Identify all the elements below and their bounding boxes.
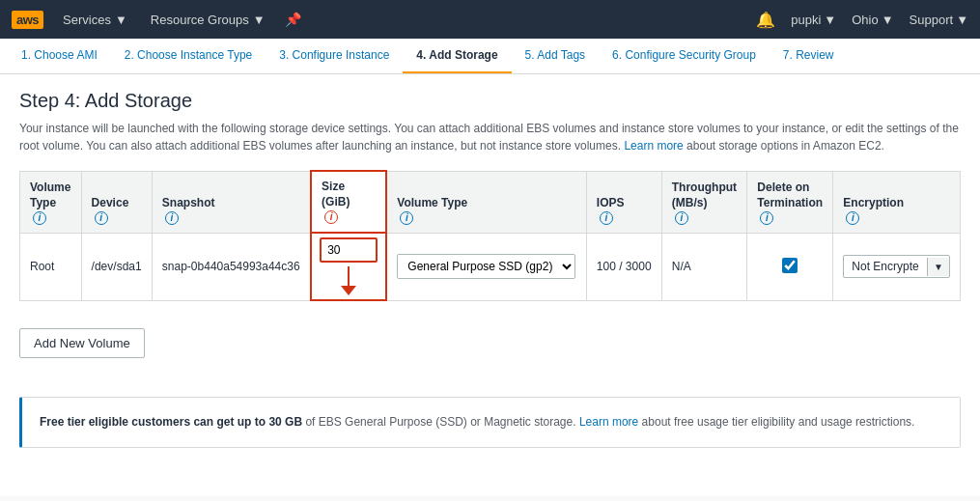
device-info-icon[interactable]: i: [95, 211, 108, 225]
volume-type-select-info-icon[interactable]: i: [400, 211, 413, 225]
info-box-bold: Free tier eligible customers can get up …: [40, 415, 302, 429]
size-arrow-annotation: [341, 266, 356, 295]
col-device: Device i: [81, 171, 152, 233]
cell-iops: 100 / 3000: [586, 233, 661, 300]
snapshot-info-icon[interactable]: i: [165, 211, 179, 225]
tab-configure-instance[interactable]: 3. Configure Instance: [266, 39, 403, 73]
col-volume-type: Volume Type i: [20, 171, 82, 233]
region-menu[interactable]: Ohio ▼: [852, 13, 893, 27]
tab-instance-type[interactable]: 2. Choose Instance Type: [111, 39, 266, 73]
user-name: pupki: [791, 13, 821, 27]
user-caret: ▼: [824, 13, 836, 27]
col-iops: IOPS i: [586, 171, 661, 233]
cell-snapshot: snap-0b440a54993a44c36: [152, 233, 311, 300]
support-menu[interactable]: Support ▼: [910, 13, 968, 27]
services-menu[interactable]: Services ▼: [59, 13, 131, 27]
snapshot-value: snap-0b440a54993a44c36: [162, 260, 300, 273]
services-label: Services: [63, 13, 111, 27]
info-box-learn-more[interactable]: Learn more: [579, 415, 638, 429]
iops-value: 100 / 3000: [597, 260, 652, 273]
page-title: Step 4: Add Storage: [19, 90, 961, 112]
volume-type-value: Root: [30, 260, 54, 273]
encryption-select-wrapper[interactable]: Not Encrypte ▼: [843, 255, 950, 278]
col-delete-on-term: Delete on Termination i: [747, 171, 833, 233]
info-box: Free tier eligible customers can get up …: [19, 397, 961, 448]
cell-delete-on-term: [747, 233, 833, 300]
cell-throughput: N/A: [661, 233, 747, 300]
support-label: Support: [910, 13, 954, 27]
size-info-icon[interactable]: i: [324, 210, 338, 224]
throughput-info-icon[interactable]: i: [675, 211, 688, 225]
support-caret: ▼: [956, 13, 968, 27]
encryption-info-icon[interactable]: i: [846, 211, 859, 225]
tab-add-storage[interactable]: 4. Add Storage: [403, 39, 511, 73]
tab-choose-ami[interactable]: 1. Choose AMI: [8, 39, 111, 73]
page-desc-suffix: about storage options in Amazon EC2.: [686, 139, 884, 153]
volume-type-info-icon[interactable]: i: [33, 211, 46, 225]
page-description: Your instance will be launched with the …: [19, 120, 961, 154]
delete-on-term-info-icon[interactable]: i: [760, 211, 773, 225]
tab-review[interactable]: 7. Review: [770, 39, 848, 73]
tab-add-tags[interactable]: 5. Add Tags: [512, 39, 600, 73]
region-caret: ▼: [882, 13, 894, 27]
bell-icon[interactable]: 🔔: [756, 11, 775, 29]
resource-groups-label: Resource Groups: [151, 13, 249, 27]
col-throughput: Throughput (MB/s) i: [661, 171, 747, 233]
col-volume-type-select: Volume Type i: [386, 171, 586, 233]
encryption-value: Not Encrypte: [844, 256, 927, 277]
cell-volume-type: Root: [20, 233, 82, 300]
table-row: Root /dev/sda1 snap-0b440a54993a44c36: [20, 233, 961, 300]
learn-more-link-desc[interactable]: Learn more: [624, 139, 683, 153]
iops-info-icon[interactable]: i: [600, 211, 613, 225]
volume-type-select[interactable]: General Purpose SSD (gp2) Provisioned IO…: [397, 254, 575, 279]
aws-logo[interactable]: aws: [12, 11, 43, 29]
add-new-volume-button[interactable]: Add New Volume: [19, 328, 145, 358]
cell-encryption: Not Encrypte ▼: [833, 233, 961, 300]
size-input[interactable]: [320, 237, 378, 263]
user-menu[interactable]: pupki ▼: [791, 13, 836, 27]
services-caret: ▼: [115, 13, 127, 27]
info-box-text: of EBS General Purpose (SSD) or Magnetic…: [302, 415, 575, 429]
resource-groups-caret: ▼: [253, 13, 266, 27]
top-navigation: aws Services ▼ Resource Groups ▼ 📌 🔔 pup…: [0, 0, 980, 39]
col-size: Size (GiB) i: [311, 171, 386, 233]
encryption-dropdown-arrow[interactable]: ▼: [927, 258, 949, 276]
step-tabs-bar: 1. Choose AMI 2. Choose Instance Type 3.…: [0, 39, 980, 74]
col-encryption: Encryption i: [833, 171, 961, 233]
cell-volume-type-select: General Purpose SSD (gp2) Provisioned IO…: [386, 233, 586, 300]
aws-logo-text: aws: [12, 11, 43, 29]
info-box-suffix: about free usage tier eligibility and us…: [642, 415, 915, 429]
col-snapshot: Snapshot i: [152, 171, 311, 233]
main-content: Step 4: Add Storage Your instance will b…: [0, 74, 980, 496]
cell-device: /dev/sda1: [81, 233, 152, 300]
region-name: Ohio: [852, 13, 878, 27]
pin-icon[interactable]: 📌: [285, 12, 301, 27]
device-value: /dev/sda1: [92, 260, 142, 273]
throughput-value: N/A: [672, 260, 691, 273]
delete-on-term-checkbox[interactable]: [782, 258, 798, 273]
resource-groups-menu[interactable]: Resource Groups ▼: [147, 13, 269, 27]
cell-size: [311, 233, 386, 300]
tab-security-group[interactable]: 6. Configure Security Group: [599, 39, 770, 73]
storage-table: Volume Type i Device i Snapshot i: [19, 170, 961, 301]
